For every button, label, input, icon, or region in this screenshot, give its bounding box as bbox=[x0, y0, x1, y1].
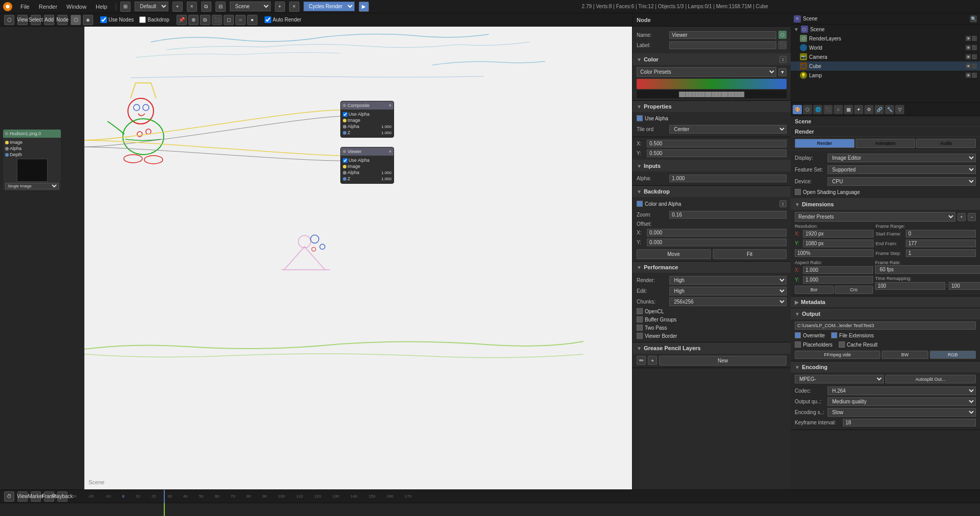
add-menu[interactable]: Add bbox=[44, 15, 54, 25]
timeline-playback-btn[interactable]: Playback bbox=[57, 491, 68, 502]
snap-icon[interactable]: ⊕ bbox=[188, 15, 199, 25]
obj-icon[interactable]: ⬛ bbox=[823, 105, 833, 114]
color-arrow-icon[interactable]: ↕ bbox=[779, 56, 787, 63]
codec-select[interactable]: H.264 bbox=[827, 386, 976, 395]
border-btn[interactable]: Bor bbox=[795, 286, 834, 294]
file-ext-check[interactable] bbox=[831, 332, 837, 338]
scene-add-icon[interactable]: + bbox=[275, 2, 285, 12]
presets-add-icon[interactable]: + bbox=[957, 213, 966, 221]
rgb-btn[interactable]: RGB bbox=[930, 351, 976, 359]
aspect-x-input[interactable] bbox=[803, 266, 873, 274]
encoding-speed-select[interactable]: Slow bbox=[827, 408, 976, 417]
bw-btn[interactable]: BW bbox=[882, 351, 928, 359]
new-layer-btn[interactable]: New bbox=[659, 356, 787, 365]
use-nodes-checkbox[interactable] bbox=[100, 16, 107, 23]
presets-del-icon[interactable]: − bbox=[968, 213, 976, 221]
res-pct-input[interactable] bbox=[795, 249, 874, 257]
dimensions-header[interactable]: ▼ Dimensions bbox=[791, 199, 980, 210]
select2-icon[interactable]: ◻ bbox=[224, 15, 234, 25]
node-canvas[interactable]: Hudson1.png.0 Image Alpha bbox=[0, 27, 632, 489]
link-icon[interactable]: ⧉ bbox=[201, 2, 211, 12]
scene-selector[interactable]: Scene bbox=[230, 2, 271, 11]
render-presets-select[interactable]: Render Presets bbox=[795, 212, 955, 222]
composite-node[interactable]: Composite × Use Alpha Image bbox=[340, 101, 394, 138]
two-pass-check[interactable] bbox=[637, 325, 643, 331]
time-remap-old[interactable] bbox=[875, 282, 945, 290]
output-path-input[interactable] bbox=[795, 321, 976, 330]
output-quality-select[interactable]: Medium quality bbox=[827, 397, 976, 406]
overwrite-check[interactable] bbox=[795, 332, 801, 338]
chunks-select[interactable]: 256x256 bbox=[669, 297, 787, 306]
performance-section-header[interactable]: ▼ Performance bbox=[633, 262, 791, 273]
cache-result-check[interactable] bbox=[839, 341, 845, 348]
menu-file[interactable]: File bbox=[16, 3, 34, 11]
layout-grid-icon[interactable]: ⊟ bbox=[215, 2, 226, 12]
engine-icon[interactable]: ▶ bbox=[359, 2, 369, 12]
offset-x-input[interactable] bbox=[647, 229, 787, 236]
label-input[interactable] bbox=[669, 41, 776, 49]
grease-pencil-draw-icon[interactable]: ✏ bbox=[637, 356, 646, 365]
mode-selector[interactable]: Default bbox=[135, 2, 168, 11]
label-icon[interactable]: ⬛ bbox=[778, 41, 787, 49]
color-alpha-check[interactable] bbox=[637, 201, 643, 207]
camera-tree-item[interactable]: 📷 Camera 👁 ⬛ bbox=[791, 52, 980, 61]
x-input[interactable] bbox=[647, 140, 787, 147]
feature-set-select[interactable]: Supported bbox=[827, 165, 976, 174]
cube-tree-item[interactable]: ⬛ Cube 👁 ⬛ bbox=[791, 61, 980, 71]
select-menu[interactable]: Select bbox=[31, 15, 41, 25]
color-presets-select[interactable]: Color Presets bbox=[637, 67, 776, 77]
select4-icon[interactable]: ● bbox=[247, 15, 257, 25]
viewer-border-check[interactable] bbox=[637, 333, 643, 339]
color-alpha-icon[interactable]: ↕ bbox=[779, 200, 787, 207]
editor-type-icon[interactable]: ⬡ bbox=[4, 15, 14, 25]
grease-pencil-header[interactable]: ▼ Grease Pencil Layers bbox=[633, 342, 791, 354]
name-input[interactable] bbox=[669, 31, 776, 39]
data-icon[interactable]: ▽ bbox=[895, 105, 904, 114]
render-perf-select[interactable]: High bbox=[669, 276, 787, 285]
tile-ord-select[interactable]: Center bbox=[669, 125, 787, 134]
lamp-tree-item[interactable]: 💡 Lamp 👁 ⬛ bbox=[791, 71, 980, 80]
timeline-type-icon[interactable]: ⏱ bbox=[4, 491, 14, 502]
world-tree-item[interactable]: World 👁 ⬛ bbox=[791, 43, 980, 52]
layout-icon[interactable]: ⊞ bbox=[120, 2, 130, 12]
encoding-presets-select[interactable]: MPEG- bbox=[795, 375, 884, 383]
crop-btn[interactable]: Cro bbox=[835, 286, 874, 294]
name-icon[interactable]: ⬡ bbox=[778, 31, 787, 39]
aspect-y-input[interactable] bbox=[803, 276, 873, 284]
select3-icon[interactable]: ○ bbox=[235, 15, 246, 25]
edit-select[interactable]: High bbox=[669, 287, 787, 295]
engine-selector[interactable]: Cycles Render bbox=[303, 2, 355, 11]
menu-help[interactable]: Help bbox=[92, 3, 112, 11]
inputs-section-header[interactable]: ▼ Inputs bbox=[633, 160, 791, 171]
audio-btn[interactable]: Audio bbox=[916, 139, 976, 148]
auto-render-checkbox[interactable] bbox=[265, 16, 271, 23]
modifier-icon[interactable]: 🔧 bbox=[885, 105, 894, 114]
frame-rate-select[interactable]: 60 fps bbox=[875, 265, 980, 274]
scene-icon[interactable]: ⬡ bbox=[803, 105, 812, 114]
render-btn[interactable]: Render bbox=[795, 139, 855, 148]
offset-y-input[interactable] bbox=[647, 239, 787, 246]
opencl-check[interactable] bbox=[637, 308, 643, 314]
color-presets-arrow[interactable]: ▼ bbox=[778, 68, 787, 76]
viewer-node[interactable]: Viewer × Use Alpha Image bbox=[340, 147, 394, 184]
color-section-header[interactable]: ▼ Color ↕ bbox=[633, 54, 791, 65]
buffer-groups-check[interactable] bbox=[637, 316, 643, 322]
scene-close-icon[interactable]: × bbox=[289, 2, 299, 12]
physics-icon[interactable]: ⚙ bbox=[864, 105, 874, 114]
render-icon[interactable]: 🎨 bbox=[793, 105, 802, 114]
output-header[interactable]: ▼ Output bbox=[791, 308, 980, 319]
res-x-input[interactable] bbox=[803, 230, 874, 238]
search-icon[interactable]: 🔍 bbox=[970, 15, 977, 23]
y-input[interactable] bbox=[647, 149, 787, 157]
open-shading-check[interactable] bbox=[795, 189, 801, 195]
composite-use-alpha[interactable] bbox=[343, 112, 347, 117]
image-node[interactable]: Hudson1.png.0 Image Alpha bbox=[3, 129, 61, 191]
copy-icon[interactable]: ⧉ bbox=[200, 15, 210, 25]
res-y-input[interactable] bbox=[803, 240, 874, 247]
ffmpeg-btn[interactable]: FFmpeg vide bbox=[795, 351, 880, 359]
view-menu[interactable]: View bbox=[17, 15, 28, 25]
grease-pencil-add-icon[interactable]: + bbox=[648, 356, 657, 365]
scene-tree-item[interactable]: ▼ ⬡ Scene bbox=[791, 25, 980, 34]
tex-icon[interactable]: ▩ bbox=[844, 105, 853, 114]
properties-section-header[interactable]: ▼ Properties bbox=[633, 101, 791, 112]
